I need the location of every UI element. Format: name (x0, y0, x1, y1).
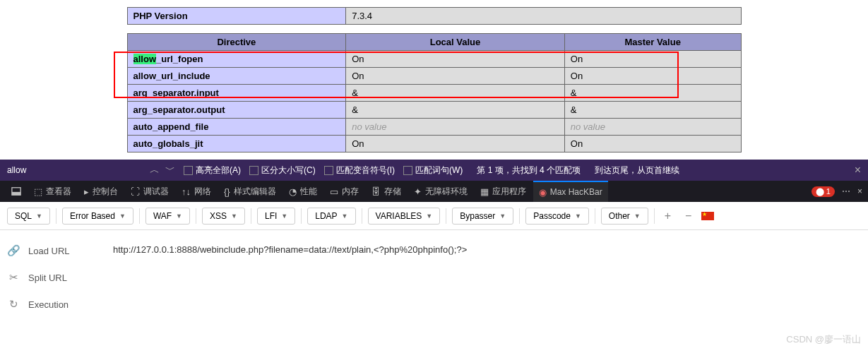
link-icon: 🔗 (7, 244, 20, 257)
dock-icon[interactable] (6, 181, 27, 202)
watermark: CSDN @廖一语山 (786, 333, 861, 346)
tab-memory[interactable]: ▭内存 (324, 181, 364, 202)
split-url-button[interactable]: ✂ Split URL (7, 271, 99, 284)
menu-lfi[interactable]: LFI▼ (257, 208, 295, 225)
search-result-count: 第 1 项，共找到 4 个匹配项 (477, 164, 581, 176)
find-in-page-bar: allow ︿ ﹀ 高亮全部(A) 区分大小写(C) 匹配变音符号(I) 匹配词… (0, 160, 868, 181)
svg-rect-1 (12, 192, 20, 195)
devtools-close-icon[interactable]: × (857, 186, 862, 196)
whole-words-checkbox[interactable]: 匹配词句(W) (403, 164, 463, 176)
search-next-icon[interactable]: ﹀ (165, 164, 175, 176)
menu-ldap[interactable]: LDAP▼ (307, 208, 355, 225)
table-row: allow_url_fopen On On (127, 51, 741, 68)
table-row: auto_append_file no value no value (127, 119, 741, 136)
hackbar-toolbar: SQL▼ Error Based▼ WAF▼ XSS▼ LFI▼ LDAP▼ V… (0, 202, 868, 230)
menu-xss[interactable]: XSS▼ (202, 208, 245, 225)
menu-bypasser[interactable]: Bypasser▼ (452, 208, 513, 225)
tab-performance[interactable]: ◔性能 (283, 181, 323, 202)
search-prev-icon[interactable]: ︿ (150, 164, 160, 176)
error-count-badge[interactable]: ⬤ 1 (811, 186, 835, 197)
menu-sql[interactable]: SQL▼ (7, 208, 50, 225)
menu-passcode[interactable]: Passcode▼ (525, 208, 589, 225)
execution-button[interactable]: ↻ Execution (7, 298, 99, 311)
table-row: auto_globals_jit On On (127, 136, 741, 152)
table-row: allow_url_include On On (127, 68, 741, 85)
flag-china-icon[interactable] (701, 212, 714, 220)
load-url-button[interactable]: 🔗 Load URL (7, 244, 99, 257)
minus-icon[interactable]: − (681, 210, 696, 222)
phpinfo-panel: PHP Version 7.3.4 Directive Local Value … (0, 0, 868, 160)
col-local: Local Value (346, 34, 565, 51)
tab-hackbar[interactable]: ◉Max HacKBar (533, 181, 608, 202)
table-row: arg_separator.output & & (127, 102, 741, 119)
highlight-all-checkbox[interactable]: 高亮全部(A) (184, 164, 241, 176)
devtools-tabbar: ⬚查看器 ▸控制台 ⛶调试器 ↑↓网络 {}样式编辑器 ◔性能 ▭内存 🗄存储 … (0, 181, 868, 202)
tab-console[interactable]: ▸控制台 (78, 181, 124, 202)
php-version-table: PHP Version 7.3.4 (127, 7, 742, 25)
tab-style[interactable]: {}样式编辑器 (218, 181, 282, 202)
scissors-icon: ✂ (7, 271, 20, 284)
url-input[interactable]: http://127.0.0.1:8888/webinclude.php?fil… (106, 230, 868, 325)
tab-accessibility[interactable]: ✦无障碍环境 (408, 181, 473, 202)
hackbar-sidebar: 🔗 Load URL ✂ Split URL ↻ Execution (0, 230, 106, 325)
match-case-checkbox[interactable]: 区分大小写(C) (249, 164, 316, 176)
tab-inspector[interactable]: ⬚查看器 (28, 181, 77, 202)
search-highlight: allow (133, 54, 157, 64)
search-wrap-msg: 到达页尾，从页首继续 (595, 164, 679, 176)
plus-icon[interactable]: + (660, 210, 675, 222)
tab-network[interactable]: ↑↓网络 (176, 181, 217, 202)
refresh-icon: ↻ (7, 298, 20, 311)
menu-error-based[interactable]: Error Based▼ (62, 208, 133, 225)
col-directive: Directive (127, 34, 346, 51)
tab-debugger[interactable]: ⛶调试器 (125, 181, 174, 202)
menu-other[interactable]: Other▼ (601, 208, 648, 225)
menu-variables[interactable]: VARIABLES▼ (368, 208, 441, 225)
tab-application[interactable]: ▦应用程序 (475, 181, 532, 202)
search-input[interactable]: allow (7, 165, 141, 175)
devtools-menu-icon[interactable]: ⋯ (842, 186, 850, 196)
tab-storage[interactable]: 🗄存储 (366, 181, 407, 202)
php-version-label: PHP Version (127, 8, 346, 25)
directives-table: Directive Local Value Master Value allow… (127, 33, 742, 152)
hackbar-panel: SQL▼ Error Based▼ WAF▼ XSS▼ LFI▼ LDAP▼ V… (0, 202, 868, 325)
table-row: arg_separator.input & & (127, 85, 741, 102)
menu-waf[interactable]: WAF▼ (145, 208, 190, 225)
match-diacritics-checkbox[interactable]: 匹配变音符号(I) (324, 164, 395, 176)
php-version-value: 7.3.4 (346, 8, 741, 25)
col-master: Master Value (564, 34, 741, 51)
close-icon[interactable]: × (855, 164, 861, 176)
